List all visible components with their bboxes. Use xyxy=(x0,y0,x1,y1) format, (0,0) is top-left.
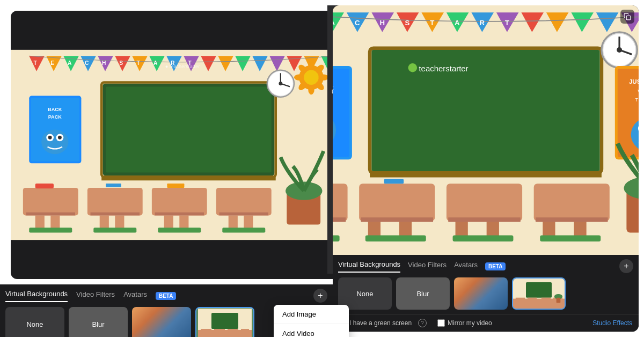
svg-rect-186 xyxy=(528,298,537,304)
svg-rect-32 xyxy=(101,175,276,180)
svg-point-37 xyxy=(294,75,304,80)
bg-option-classroom-left[interactable] xyxy=(195,307,254,337)
svg-text:THE GRADE: THE GRADE xyxy=(635,97,639,102)
svg-rect-76 xyxy=(222,228,265,232)
svg-text:T: T xyxy=(505,19,509,27)
right-panel: T E A C H S T A R T teacherstarter xyxy=(333,5,639,332)
svg-rect-61 xyxy=(29,228,72,232)
svg-point-35 xyxy=(308,60,314,70)
svg-point-56 xyxy=(58,136,62,140)
svg-text:● teacherstarter: ● teacherstarter xyxy=(165,64,200,69)
svg-rect-57 xyxy=(23,188,78,215)
tab-avatars-left[interactable]: Avatars xyxy=(123,290,147,302)
svg-text:S: S xyxy=(405,19,409,27)
svg-rect-172 xyxy=(534,184,610,221)
add-video-option[interactable]: Add Video xyxy=(274,324,349,337)
svg-rect-161 xyxy=(333,235,340,241)
svg-rect-171 xyxy=(453,235,514,241)
svg-point-138 xyxy=(617,47,622,53)
svg-rect-160 xyxy=(333,217,346,222)
right-classroom-view: T E A C H S T A R T teacherstarter xyxy=(333,5,639,255)
svg-text:WORD OF: WORD OF xyxy=(638,88,639,94)
bg-option-bridge-left[interactable] xyxy=(132,307,191,337)
svg-rect-66 xyxy=(93,228,136,232)
svg-rect-162 xyxy=(359,184,435,221)
svg-rect-181 xyxy=(626,16,631,20)
bg-option-none-left[interactable]: None xyxy=(5,307,64,337)
svg-text:teacherstarter: teacherstarter xyxy=(419,64,468,73)
tabs-section-right: Virtual Backgrounds Video Filters Avatar… xyxy=(333,255,639,273)
svg-rect-90 xyxy=(241,329,249,335)
bg-option-bridge-right[interactable] xyxy=(454,277,508,310)
copy-icon-right[interactable] xyxy=(620,10,634,24)
svg-point-122 xyxy=(408,63,418,72)
svg-rect-67 xyxy=(152,188,207,215)
studio-effects-link[interactable]: Studio Effects xyxy=(592,319,632,327)
tab-avatars-right[interactable]: Avatars xyxy=(454,261,478,272)
svg-rect-170 xyxy=(448,217,521,222)
svg-text:JUST BE KIND: JUST BE KIND xyxy=(629,78,639,85)
svg-rect-157 xyxy=(333,184,348,221)
tab-video-filters-left[interactable]: Video Filters xyxy=(76,290,115,302)
main-layout: T E A C H S T A R T xyxy=(0,0,644,337)
svg-rect-71 xyxy=(158,228,201,232)
svg-text:A: A xyxy=(333,19,335,27)
tab-virtual-backgrounds-left[interactable]: Virtual Backgrounds xyxy=(5,290,68,302)
svg-rect-150 xyxy=(333,69,349,157)
green-screen-help-icon[interactable]: ? xyxy=(418,319,427,327)
bg-option-blur-left[interactable]: Blur xyxy=(69,307,128,337)
svg-point-55 xyxy=(48,136,52,140)
svg-text:T: T xyxy=(34,60,38,66)
svg-point-52 xyxy=(41,129,68,154)
svg-rect-89 xyxy=(228,329,238,335)
tab-video-filters-right[interactable]: Video Filters xyxy=(408,261,447,272)
svg-point-47 xyxy=(279,82,282,85)
svg-rect-79 xyxy=(35,184,54,188)
beta-badge-left: BETA xyxy=(156,292,176,300)
svg-text:A: A xyxy=(153,60,158,66)
bg-option-classroom-right[interactable] xyxy=(512,277,566,310)
add-image-option[interactable]: Add Image xyxy=(274,305,349,324)
svg-rect-120 xyxy=(371,50,599,171)
svg-point-36 xyxy=(308,85,314,94)
tabs-section-left: Virtual Backgrounds Video Filters Avatar… xyxy=(0,284,333,303)
svg-text:T: T xyxy=(430,19,434,27)
svg-text:S: S xyxy=(119,60,123,66)
bg-option-blur-right[interactable]: Blur xyxy=(396,277,450,310)
mirror-video-checkbox-label[interactable]: Mirror my video xyxy=(437,319,492,327)
svg-rect-85 xyxy=(211,313,238,329)
svg-text:T: T xyxy=(137,60,141,66)
svg-rect-80 xyxy=(106,184,121,187)
svg-text:C: C xyxy=(85,60,89,66)
svg-rect-30 xyxy=(106,86,272,172)
svg-rect-65 xyxy=(91,213,140,216)
svg-text:A: A xyxy=(455,19,460,27)
svg-rect-87 xyxy=(201,329,211,335)
svg-rect-190 xyxy=(557,298,561,303)
svg-text:A: A xyxy=(68,60,72,66)
svg-rect-187 xyxy=(541,298,551,304)
bottom-bar: I have a green screen ? Mirror my video … xyxy=(333,314,639,332)
svg-rect-167 xyxy=(447,184,522,221)
svg-text:H: H xyxy=(102,60,106,66)
tab-virtual-backgrounds-right[interactable]: Virtual Backgrounds xyxy=(338,260,400,273)
svg-rect-165 xyxy=(361,217,434,222)
svg-text:BACK: BACK xyxy=(48,107,62,112)
svg-rect-176 xyxy=(540,235,601,241)
add-background-button-right[interactable]: + xyxy=(619,259,633,273)
svg-rect-183 xyxy=(526,282,552,298)
svg-rect-75 xyxy=(219,213,268,216)
svg-rect-62 xyxy=(87,188,143,215)
svg-rect-166 xyxy=(365,235,426,241)
green-screen-checkbox-label[interactable]: I have a green screen xyxy=(339,319,412,327)
svg-rect-121 xyxy=(370,171,602,178)
mirror-video-checkbox[interactable] xyxy=(437,319,445,327)
svg-rect-185 xyxy=(516,298,525,304)
svg-rect-180 xyxy=(384,179,404,184)
svg-text:R: R xyxy=(480,19,485,27)
svg-rect-70 xyxy=(155,213,204,216)
add-background-button-left[interactable]: + Add Image Add Video xyxy=(313,289,327,303)
svg-text:E: E xyxy=(50,60,54,66)
add-dropdown-left: Add Image Add Video xyxy=(274,305,349,337)
beta-badge-right: BETA xyxy=(485,262,506,270)
